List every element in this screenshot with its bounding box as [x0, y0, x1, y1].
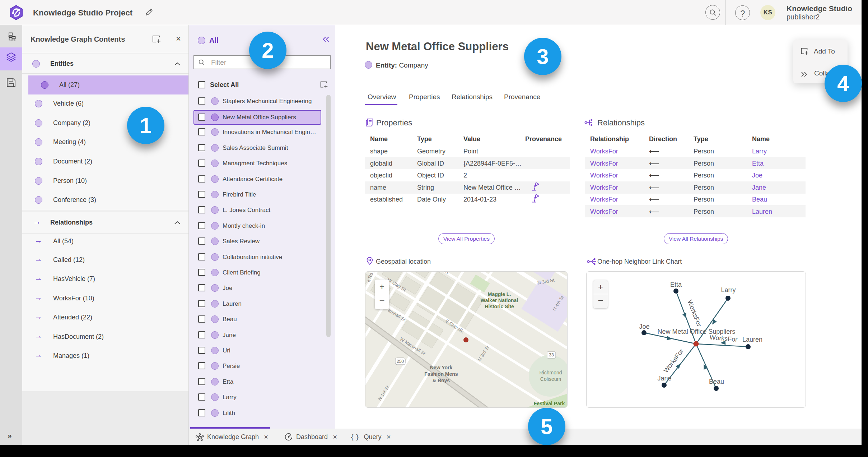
- svg-text:New Metal Office Suppliers: New Metal Office Suppliers: [658, 328, 736, 335]
- svg-text:Beau: Beau: [709, 378, 724, 385]
- svg-text:Coliseum: Coliseum: [540, 376, 561, 382]
- svg-text:Maggie L.: Maggie L.: [488, 291, 511, 297]
- svg-text:WorksFor: WorksFor: [662, 348, 685, 374]
- svg-text:250: 250: [397, 359, 404, 364]
- svg-text:Fashion Mens: Fashion Mens: [424, 371, 458, 377]
- svg-text:& Boys: & Boys: [433, 378, 450, 383]
- svg-text:Jane: Jane: [657, 375, 671, 382]
- svg-text:Walker National: Walker National: [481, 297, 518, 303]
- svg-text:Joe: Joe: [639, 323, 649, 330]
- svg-text:Lauren: Lauren: [742, 336, 762, 343]
- svg-text:33: 33: [549, 352, 554, 357]
- svg-text:Larry: Larry: [721, 286, 736, 294]
- svg-text:Richmond: Richmond: [539, 370, 562, 375]
- svg-text:Etta: Etta: [670, 281, 682, 288]
- svg-text:New York: New York: [430, 365, 453, 370]
- svg-text:Festival Park: Festival Park: [534, 401, 565, 406]
- svg-text:Historic Site: Historic Site: [485, 304, 514, 309]
